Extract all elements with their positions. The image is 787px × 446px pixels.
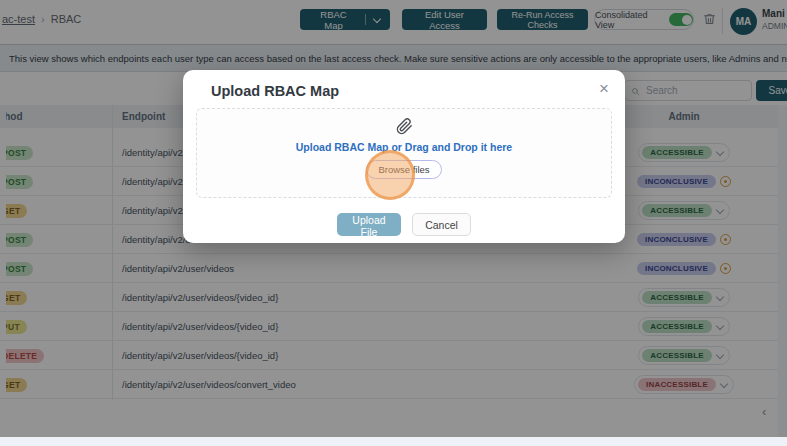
modal-actions: Upload File Cancel bbox=[183, 213, 625, 236]
click-highlight bbox=[365, 150, 415, 200]
paperclip-icon bbox=[396, 118, 413, 136]
cancel-button[interactable]: Cancel bbox=[412, 213, 471, 236]
upload-file-button[interactable]: Upload File bbox=[337, 213, 401, 236]
dropzone-text: Upload RBAC Map or Drag and Drop it here bbox=[296, 141, 512, 153]
modal-title: Upload RBAC Map bbox=[211, 83, 339, 99]
app: ac-test › RBAC RBAC Map Edit User Access… bbox=[0, 0, 787, 446]
bottom-strip bbox=[0, 437, 787, 446]
close-icon[interactable]: × bbox=[597, 78, 611, 99]
